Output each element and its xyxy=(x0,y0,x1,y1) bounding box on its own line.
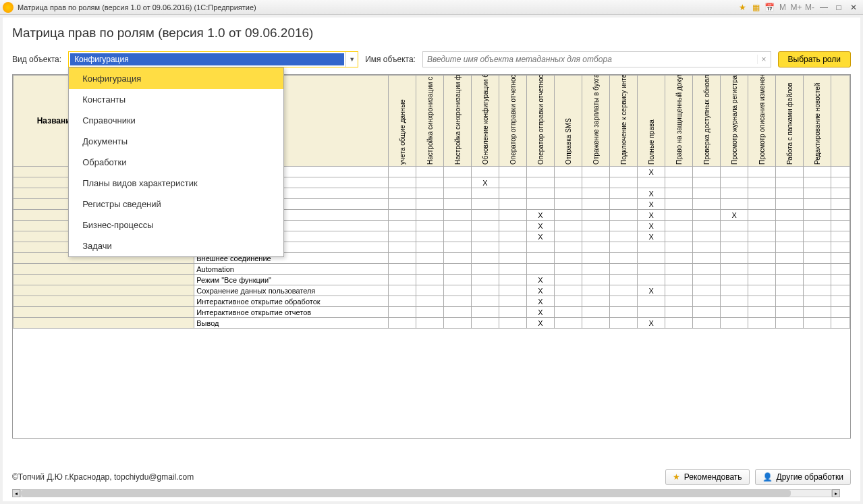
mark-cell[interactable] xyxy=(443,221,471,231)
mark-cell[interactable] xyxy=(582,275,609,285)
mark-cell[interactable] xyxy=(748,307,776,318)
mark-cell[interactable] xyxy=(610,199,638,210)
mark-cell[interactable] xyxy=(638,307,665,318)
mark-cell[interactable] xyxy=(665,199,693,210)
mark-cell[interactable] xyxy=(638,275,665,285)
mark-cell[interactable] xyxy=(554,242,582,253)
mark-cell[interactable] xyxy=(416,188,443,199)
mark-cell[interactable] xyxy=(804,210,831,221)
mark-cell[interactable] xyxy=(721,167,748,177)
mark-cell[interactable]: X xyxy=(638,221,665,231)
mark-cell[interactable] xyxy=(443,177,471,188)
mark-cell[interactable] xyxy=(499,253,526,264)
mark-cell[interactable] xyxy=(665,285,693,296)
mark-cell[interactable] xyxy=(804,318,831,329)
mark-cell[interactable] xyxy=(554,210,582,221)
mark-cell[interactable] xyxy=(776,242,804,253)
mark-cell[interactable] xyxy=(748,253,776,264)
mark-cell[interactable] xyxy=(638,253,665,264)
mark-cell[interactable] xyxy=(499,307,526,318)
mark-cell[interactable] xyxy=(582,188,609,199)
dropdown-item[interactable]: Константы xyxy=(69,89,283,110)
mark-cell[interactable] xyxy=(693,199,721,210)
mark-cell[interactable] xyxy=(693,167,721,177)
mark-cell[interactable] xyxy=(554,199,582,210)
mark-cell[interactable] xyxy=(388,231,416,242)
mark-cell[interactable] xyxy=(499,242,526,253)
mark-cell[interactable] xyxy=(804,199,831,210)
mark-cell[interactable]: X xyxy=(526,210,554,221)
mark-cell[interactable] xyxy=(499,318,526,329)
mark-cell[interactable] xyxy=(748,264,776,275)
mark-cell[interactable]: X xyxy=(638,199,665,210)
mark-cell[interactable] xyxy=(443,231,471,242)
mark-cell[interactable] xyxy=(388,296,416,307)
mark-cell[interactable]: X xyxy=(526,318,554,329)
mark-cell[interactable] xyxy=(776,296,804,307)
mark-cell[interactable] xyxy=(748,167,776,177)
mark-cell[interactable] xyxy=(721,285,748,296)
mark-cell[interactable]: X xyxy=(638,167,665,177)
mark-cell[interactable] xyxy=(582,199,609,210)
object-name-input[interactable] xyxy=(423,55,757,64)
mark-cell[interactable] xyxy=(388,253,416,264)
mark-cell[interactable] xyxy=(443,188,471,199)
mark-cell[interactable] xyxy=(471,285,499,296)
object-type-dropdown[interactable]: КонфигурацияКонстантыСправочникиДокумент… xyxy=(68,67,284,257)
mark-cell[interactable] xyxy=(693,242,721,253)
mark-cell[interactable] xyxy=(776,199,804,210)
mark-cell[interactable] xyxy=(526,188,554,199)
mark-cell[interactable] xyxy=(416,264,443,275)
mark-cell[interactable] xyxy=(499,177,526,188)
mark-cell[interactable] xyxy=(582,177,609,188)
mark-cell[interactable] xyxy=(804,221,831,231)
dropdown-item[interactable]: Документы xyxy=(69,131,283,152)
mark-cell[interactable] xyxy=(804,296,831,307)
mark-cell[interactable] xyxy=(443,199,471,210)
mark-cell[interactable] xyxy=(582,307,609,318)
mark-cell[interactable] xyxy=(416,275,443,285)
mark-cell[interactable] xyxy=(748,275,776,285)
toolbar-icon-calendar[interactable]: 📅 xyxy=(763,1,775,13)
mark-cell[interactable] xyxy=(443,253,471,264)
table-row[interactable]: Интерактивное открытие обработокX xyxy=(13,296,850,307)
table-row[interactable]: Сохранение данных пользователяXX xyxy=(13,285,850,296)
mark-cell[interactable] xyxy=(610,177,638,188)
mark-cell[interactable] xyxy=(776,231,804,242)
mark-cell[interactable] xyxy=(416,210,443,221)
mark-cell[interactable] xyxy=(665,296,693,307)
mark-cell[interactable] xyxy=(721,296,748,307)
table-row[interactable]: Режим "Все функции"X xyxy=(13,275,850,285)
mark-cell[interactable] xyxy=(748,221,776,231)
select-roles-button[interactable]: Выбрать роли xyxy=(778,51,851,67)
mark-cell[interactable] xyxy=(416,253,443,264)
mark-cell[interactable] xyxy=(471,167,499,177)
mark-cell[interactable] xyxy=(582,231,609,242)
mark-cell[interactable] xyxy=(471,188,499,199)
mark-cell[interactable] xyxy=(554,253,582,264)
clear-name-button[interactable]: × xyxy=(757,55,771,64)
mark-cell[interactable] xyxy=(721,253,748,264)
mark-cell[interactable] xyxy=(665,210,693,221)
mark-cell[interactable] xyxy=(526,167,554,177)
mark-cell[interactable] xyxy=(804,188,831,199)
mark-cell[interactable] xyxy=(388,242,416,253)
mark-cell[interactable] xyxy=(582,253,609,264)
dropdown-item[interactable]: Конфигурация xyxy=(69,68,283,89)
close-button[interactable]: ✕ xyxy=(847,2,860,13)
mark-cell[interactable] xyxy=(610,242,638,253)
mark-cell[interactable] xyxy=(776,264,804,275)
mark-cell[interactable] xyxy=(665,253,693,264)
table-row[interactable]: Automation xyxy=(13,264,850,275)
mark-cell[interactable] xyxy=(693,285,721,296)
mark-cell[interactable] xyxy=(748,296,776,307)
mark-cell[interactable]: X xyxy=(526,296,554,307)
mark-cell[interactable] xyxy=(582,264,609,275)
toolbar-icon-calc[interactable]: ▦ xyxy=(750,1,762,13)
mark-cell[interactable] xyxy=(610,167,638,177)
mark-cell[interactable] xyxy=(416,307,443,318)
mark-cell[interactable] xyxy=(388,275,416,285)
mark-cell[interactable] xyxy=(748,188,776,199)
mark-cell[interactable] xyxy=(499,221,526,231)
mark-cell[interactable] xyxy=(693,275,721,285)
